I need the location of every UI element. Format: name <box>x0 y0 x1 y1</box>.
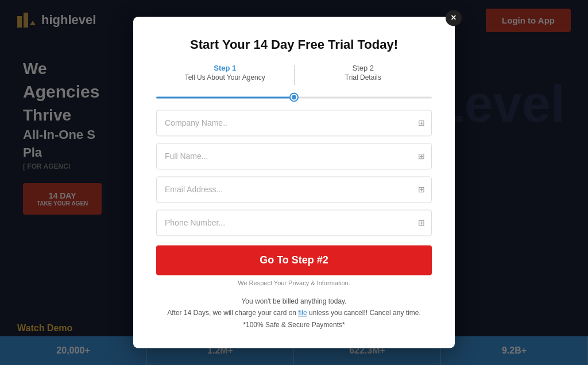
progress-bar <box>156 96 432 98</box>
billing-notice: You won't be billed anything today. Afte… <box>156 296 432 331</box>
step-2-sublabel: Trial Details <box>295 73 432 81</box>
go-to-step2-button[interactable]: Go To Step #2 <box>156 245 432 275</box>
company-field-icon: ⊞ <box>418 118 425 127</box>
billing-line-3: *100% Safe & Secure Payments* <box>156 319 432 331</box>
phone-field: ⊞ <box>156 209 432 236</box>
step-2: Step 2 Trial Details <box>295 64 432 81</box>
step-1: Step 1 Tell Us About Your Agency <box>156 64 294 81</box>
step-1-sublabel: Tell Us About Your Agency <box>156 73 294 81</box>
phone-field-icon: ⊞ <box>418 218 425 227</box>
email-field: ⊞ <box>156 176 432 203</box>
email-field-icon: ⊞ <box>418 185 425 194</box>
company-input[interactable] <box>156 110 432 136</box>
progress-bar-fill <box>156 96 294 98</box>
modal-close-button[interactable]: × <box>446 10 462 26</box>
phone-input[interactable] <box>156 209 432 236</box>
signup-modal: × Start Your 14 Day Free Trial Today! St… <box>133 17 455 348</box>
modal-title: Start Your 14 Day Free Trial Today! <box>156 37 432 52</box>
fullname-input[interactable] <box>156 143 432 169</box>
privacy-text: We Respect Your Privacy & Information. <box>156 279 432 286</box>
email-input[interactable] <box>156 176 432 203</box>
billing-line-1: You won't be billed anything today. <box>156 296 432 307</box>
progress-dot <box>291 94 297 100</box>
company-field: ⊞ <box>156 110 432 136</box>
billing-line-2: After 14 Days, we will charge your card … <box>156 308 432 319</box>
fullname-field-icon: ⊞ <box>418 152 425 161</box>
step-1-label: Step 1 <box>156 64 294 72</box>
fullname-field: ⊞ <box>156 143 432 169</box>
steps-container: Step 1 Tell Us About Your Agency Step 2 … <box>156 64 432 85</box>
file-link[interactable]: file <box>298 309 307 317</box>
step-2-label: Step 2 <box>295 64 432 72</box>
